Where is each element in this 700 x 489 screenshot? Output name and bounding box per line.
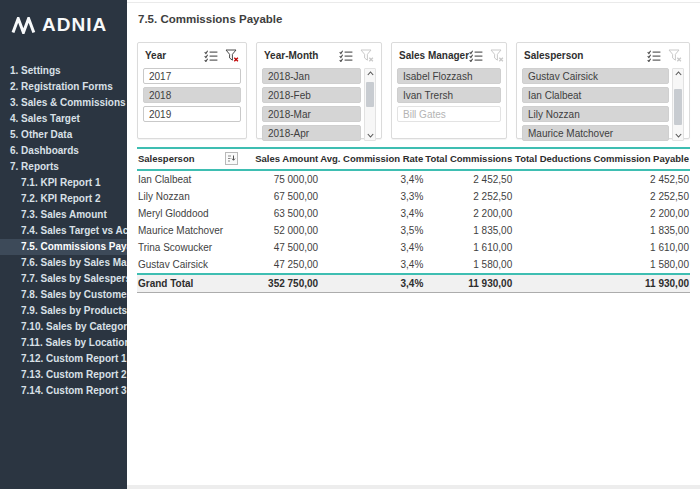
table-cell: 3,4% (319, 239, 424, 256)
table-row: Lily Nozzan67 500,003,3%2 252,502 252,50 (137, 188, 690, 205)
grand-total-cell: 352 750,00 (244, 274, 319, 293)
scrollbar[interactable] (364, 68, 376, 141)
sidebar-item-1-settings[interactable]: 1. Settings (0, 63, 127, 79)
table-cell (513, 205, 592, 222)
sidebar-item-7-6-sales-by-sales-manager[interactable]: 7.6. Sales by Sales Manager (0, 255, 127, 271)
slicer-item-2017[interactable]: 2017 (143, 68, 241, 84)
slicer-header: Year-Month (262, 48, 376, 63)
sidebar-item-7-3-sales-amount[interactable]: 7.3. Sales Amount (0, 207, 127, 223)
slicer-item-maurice-matchover[interactable]: Maurice Matchover (522, 125, 669, 141)
sidebar-item-7-reports[interactable]: 7. Reports (0, 159, 127, 175)
table-cell: 3,4% (319, 256, 424, 274)
slicer-item-2018-feb[interactable]: 2018-Feb (262, 87, 361, 103)
slicer-year-month: Year-Month2018-Jan2018-Feb2018-Mar2018-A… (256, 42, 382, 139)
slicer-item-list: Gustav CairsickIan ClalbeatLily NozzanMa… (522, 68, 669, 141)
table-cell: 1 835,00 (424, 222, 513, 239)
table-cell: 1 610,00 (592, 239, 690, 256)
sort-filter-button[interactable] (225, 152, 238, 165)
column-header-sales-amount: Sales Amount (244, 148, 319, 170)
scroll-up-button[interactable] (673, 69, 683, 78)
slicer-title: Salesperson (524, 50, 583, 61)
sidebar-menu: 1. Settings2. Registration Forms3. Sales… (0, 63, 127, 399)
scroll-down-button[interactable] (365, 131, 375, 140)
slicer-item-2018[interactable]: 2018 (143, 87, 241, 103)
sidebar-item-7-12-custom-report-1[interactable]: 7.12. Custom Report 1 (0, 351, 127, 367)
table-cell: Meryl Gloddood (137, 205, 244, 222)
column-header-salesperson: Salesperson (137, 148, 244, 170)
slicer-salesperson: SalespersonGustav CairsickIan ClalbeatLi… (516, 42, 690, 139)
table-cell: 1 580,00 (592, 256, 690, 274)
table-cell: 2 200,00 (592, 205, 690, 222)
slicer-item-ivan-trersh[interactable]: Ivan Trersh (397, 87, 501, 103)
sidebar-item-2-registration-forms[interactable]: 2. Registration Forms (0, 79, 127, 95)
slicer-item-gustav-cairsick[interactable]: Gustav Cairsick (522, 68, 669, 84)
table-cell: 75 000,00 (244, 170, 319, 188)
column-header-label: Salesperson (138, 153, 195, 164)
slicer-item-list: 2018-Jan2018-Feb2018-Mar2018-Apr (262, 68, 361, 141)
sidebar-item-7-2-kpi-report-2[interactable]: 7.2. KPI Report 2 (0, 191, 127, 207)
table-cell: 47 500,00 (244, 239, 319, 256)
sidebar-item-7-4-sales-target-vs-actual[interactable]: 7.4. Sales Target vs Actual (0, 223, 127, 239)
table-cell: 3,4% (319, 170, 424, 188)
clear-filter-icon[interactable] (225, 49, 239, 62)
clear-filter-icon[interactable] (490, 49, 504, 62)
table-row: Trina Scowucker47 500,003,4%1 610,001 61… (137, 239, 690, 256)
clear-filter-icon[interactable] (360, 49, 374, 62)
multi-select-icon[interactable] (469, 50, 483, 62)
sidebar-item-6-dashboards[interactable]: 6. Dashboards (0, 143, 127, 159)
slicer-item-2018-jan[interactable]: 2018-Jan (262, 68, 361, 84)
slicer-item-lily-nozzan[interactable]: Lily Nozzan (522, 106, 669, 122)
sidebar-item-7-10-sales-by-category[interactable]: 7.10. Sales by Category (0, 319, 127, 335)
table-cell: Trina Scowucker (137, 239, 244, 256)
sidebar-item-7-5-commissions-payable[interactable]: 7.5. Commissions Payable (0, 239, 127, 255)
scrollbar-thumb[interactable] (366, 82, 374, 107)
table-cell: 47 250,00 (244, 256, 319, 274)
column-header-commission-payable: Commission Payable (592, 148, 690, 170)
scrollbar-thumb[interactable] (674, 89, 682, 125)
scrollbar-track[interactable] (673, 78, 683, 131)
main-content: 7.5. Commissions Payable Year20172018201… (127, 0, 700, 489)
scroll-down-button[interactable] (673, 131, 683, 140)
slicer-row: Year201720182019Year-Month2018-Jan2018-F… (137, 42, 690, 139)
slicer-body: Gustav CairsickIan ClalbeatLily NozzanMa… (522, 68, 684, 141)
slicer-item-bill-gates[interactable]: Bill Gates (397, 106, 501, 122)
column-header-avg-commission-rate: Avg. Commission Rate (319, 148, 424, 170)
sidebar-item-7-7-sales-by-salesperson[interactable]: 7.7. Sales by Salesperson (0, 271, 127, 287)
scrollbar-track[interactable] (365, 78, 375, 131)
table-cell: Ian Clalbeat (137, 170, 244, 188)
slicer-header: Year (143, 48, 241, 63)
multi-select-icon[interactable] (647, 50, 661, 62)
sidebar-item-7-1-kpi-report-1[interactable]: 7.1. KPI Report 1 (0, 175, 127, 191)
sidebar-item-7-14-custom-report-3[interactable]: 7.14. Custom Report 3 (0, 383, 127, 399)
table-header-row: SalespersonSales AmountAvg. Commission R… (137, 148, 690, 170)
slicer-body: Isabel FlozzashIvan TrershBill Gates (397, 68, 501, 141)
logo: ADNIA (0, 13, 127, 37)
multi-select-icon[interactable] (339, 50, 353, 62)
sidebar-item-7-9-sales-by-products[interactable]: 7.9. Sales by Products (0, 303, 127, 319)
sidebar-item-3-sales-commissions[interactable]: 3. Sales & Commissions (0, 95, 127, 111)
table-cell: 2 252,50 (424, 188, 513, 205)
slicer-item-2019[interactable]: 2019 (143, 106, 241, 122)
slicer-title: Year-Month (264, 50, 318, 61)
slicer-header: Sales Manager (397, 48, 501, 63)
scroll-up-button[interactable] (365, 69, 375, 78)
scrollbar[interactable] (672, 68, 684, 141)
table-cell: 1 610,00 (424, 239, 513, 256)
slicer-icons (469, 49, 504, 62)
table-cell: Gustav Cairsick (137, 256, 244, 274)
sidebar-item-5-other-data[interactable]: 5. Other Data (0, 127, 127, 143)
logo-text: ADNIA (42, 14, 107, 36)
sidebar-item-7-8-sales-by-customers[interactable]: 7.8. Sales by Customers (0, 287, 127, 303)
slicer-item-ian-clalbeat[interactable]: Ian Clalbeat (522, 87, 669, 103)
table-cell (513, 188, 592, 205)
clear-filter-icon[interactable] (668, 49, 682, 62)
multi-select-icon[interactable] (204, 50, 218, 62)
slicer-item-isabel-flozzash[interactable]: Isabel Flozzash (397, 68, 501, 84)
slicer-icons (339, 49, 374, 62)
slicer-item-2018-mar[interactable]: 2018-Mar (262, 106, 361, 122)
sidebar-item-4-sales-target[interactable]: 4. Sales Target (0, 111, 127, 127)
sidebar-item-7-11-sales-by-location[interactable]: 7.11. Sales by Location (0, 335, 127, 351)
table-cell: 67 500,00 (244, 188, 319, 205)
slicer-item-2018-apr[interactable]: 2018-Apr (262, 125, 361, 141)
sidebar-item-7-13-custom-report-2[interactable]: 7.13. Custom Report 2 (0, 367, 127, 383)
